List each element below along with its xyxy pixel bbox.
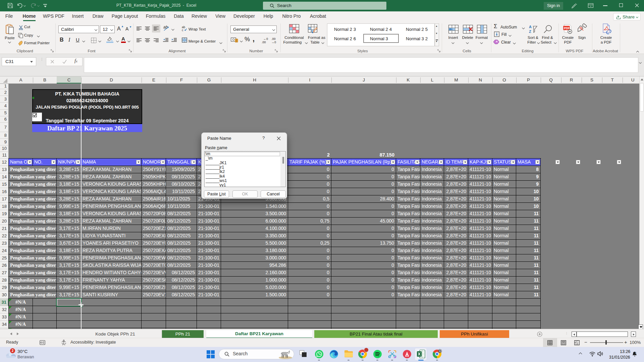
svg-text:.00: .00 <box>271 37 276 41</box>
svg-text:A: A <box>529 25 532 29</box>
svg-text:c: c <box>182 28 183 32</box>
svg-text:z: z <box>635 352 637 354</box>
svg-text:Z: Z <box>529 29 531 34</box>
svg-text:→0: →0 <box>271 41 276 44</box>
svg-text:PDF: PDF <box>564 26 570 30</box>
svg-text:←0: ←0 <box>263 37 268 41</box>
svg-text:.00: .00 <box>262 41 266 44</box>
